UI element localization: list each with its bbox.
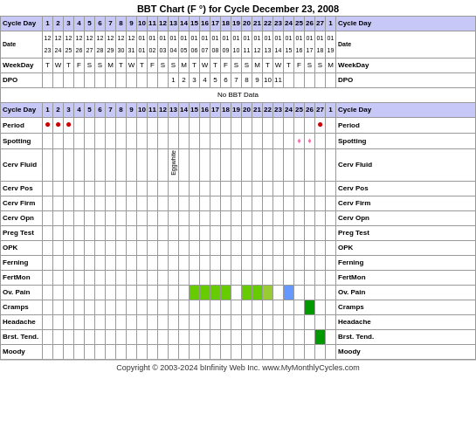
data-cell bbox=[169, 225, 179, 240]
data-cell bbox=[53, 300, 64, 314]
data-cell bbox=[273, 225, 284, 240]
cycle-day-cell2: 23 bbox=[273, 103, 284, 118]
data-cell bbox=[95, 196, 106, 210]
data-cell bbox=[106, 240, 116, 255]
data-cell bbox=[284, 344, 294, 359]
data-cell bbox=[179, 149, 190, 182]
dpo-cell bbox=[74, 73, 85, 88]
data-cell bbox=[294, 329, 305, 344]
data-cell bbox=[305, 240, 315, 255]
data-cell bbox=[74, 240, 85, 255]
cycle-day-cell2: 19 bbox=[231, 103, 242, 118]
cycle-day-cell: 19 bbox=[231, 17, 242, 31]
data-cell bbox=[148, 181, 158, 196]
date-cell: 1223 bbox=[43, 31, 53, 59]
data-cell bbox=[116, 118, 127, 134]
data-cell bbox=[231, 240, 242, 255]
row-label-right: Cerv Fluid bbox=[336, 149, 476, 182]
data-cell bbox=[74, 196, 85, 210]
cycle-day-cell: 1 bbox=[43, 17, 53, 31]
weekday-cell: T bbox=[263, 59, 273, 73]
data-cell bbox=[158, 255, 169, 270]
data-cell bbox=[190, 329, 200, 344]
data-cell bbox=[252, 196, 263, 210]
date-label: Date bbox=[1, 31, 43, 59]
data-cell bbox=[127, 118, 137, 134]
weekday-cell: S bbox=[95, 59, 106, 73]
data-cell bbox=[190, 149, 200, 182]
data-cell bbox=[137, 196, 148, 210]
data-cell bbox=[74, 149, 85, 182]
cycle-day-cell: 4 bbox=[74, 17, 85, 31]
dpo-cell: 4 bbox=[200, 73, 210, 88]
cycle-day-cell: 7 bbox=[106, 17, 116, 31]
data-cell bbox=[315, 270, 326, 285]
row-label: Cramps bbox=[1, 300, 43, 314]
data-cell bbox=[53, 181, 64, 196]
data-cell bbox=[127, 240, 137, 255]
data-cell bbox=[169, 314, 179, 329]
data-cell bbox=[200, 181, 210, 196]
data-cell bbox=[106, 270, 116, 285]
date-cell: 0117 bbox=[305, 31, 315, 59]
data-cell bbox=[85, 344, 95, 359]
data-cell bbox=[294, 270, 305, 285]
data-cell bbox=[242, 240, 252, 255]
cycle-day-cell: 21 bbox=[252, 17, 263, 31]
weekday-cell: W bbox=[53, 59, 64, 73]
data-cell bbox=[210, 329, 221, 344]
dpo-cell: 9 bbox=[252, 73, 263, 88]
data-cell bbox=[116, 225, 127, 240]
data-cell: ♦ bbox=[294, 134, 305, 149]
data-cell bbox=[252, 285, 263, 300]
dpo-cell bbox=[127, 73, 137, 88]
data-cell bbox=[284, 196, 294, 210]
dpo-cell: 8 bbox=[242, 73, 252, 88]
data-cell bbox=[148, 300, 158, 314]
data-cell bbox=[95, 225, 106, 240]
weekday-cell: M bbox=[179, 59, 190, 73]
cycle-day-cell2: 3 bbox=[64, 103, 74, 118]
data-cell bbox=[95, 134, 106, 149]
data-cell bbox=[95, 314, 106, 329]
data-cell bbox=[326, 329, 336, 344]
cycle-day-cell2: 22 bbox=[263, 103, 273, 118]
data-cell bbox=[127, 329, 137, 344]
weekday-cell: S bbox=[305, 59, 315, 73]
data-cell bbox=[252, 300, 263, 314]
data-cell bbox=[148, 225, 158, 240]
date-cell: 0105 bbox=[179, 31, 190, 59]
cycle-day-cell2: 2 bbox=[53, 103, 64, 118]
data-cell bbox=[127, 300, 137, 314]
data-cell bbox=[294, 285, 305, 300]
date-cell: 0111 bbox=[242, 31, 252, 59]
cycle-day-cell2: 21 bbox=[252, 103, 263, 118]
data-cell bbox=[106, 149, 116, 182]
row-label: Ov. Pain bbox=[1, 285, 43, 300]
data-cell bbox=[305, 149, 315, 182]
data-cell bbox=[127, 149, 137, 182]
data-cell bbox=[148, 240, 158, 255]
data-cell bbox=[273, 314, 284, 329]
data-cell bbox=[315, 225, 326, 240]
data-cell bbox=[242, 314, 252, 329]
cycle-day-cell2: 11 bbox=[148, 103, 158, 118]
data-cell bbox=[116, 134, 127, 149]
data-cell bbox=[158, 134, 169, 149]
cycle-day-cell: 16 bbox=[200, 17, 210, 31]
data-cell bbox=[305, 285, 315, 300]
data-cell bbox=[74, 270, 85, 285]
data-cell bbox=[137, 240, 148, 255]
data-cell bbox=[284, 240, 294, 255]
dpo-cell: 6 bbox=[221, 73, 231, 88]
dpo-cell bbox=[294, 73, 305, 88]
data-cell bbox=[158, 196, 169, 210]
data-cell bbox=[315, 196, 326, 210]
data-cell bbox=[294, 149, 305, 182]
data-cell bbox=[179, 210, 190, 225]
date-label-right: Date bbox=[336, 31, 476, 59]
weekday-cell: S bbox=[158, 59, 169, 73]
data-cell bbox=[242, 225, 252, 240]
data-cell bbox=[190, 344, 200, 359]
date-cell: 0108 bbox=[210, 31, 221, 59]
